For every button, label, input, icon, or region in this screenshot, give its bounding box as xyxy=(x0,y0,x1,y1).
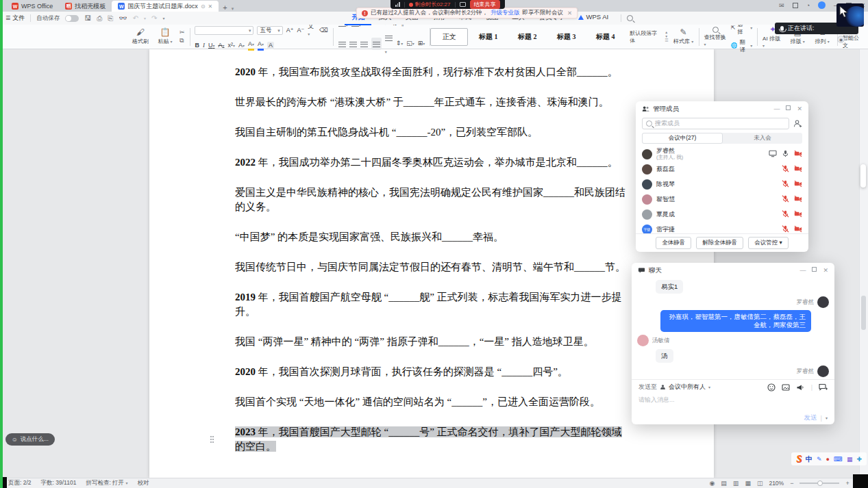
style-item[interactable]: 标题 1 xyxy=(469,28,507,46)
vertical-scrollbar-thumb[interactable] xyxy=(861,296,866,330)
ime-mic-icon[interactable]: ● xyxy=(826,456,830,463)
save-icon[interactable]: 🖫 xyxy=(84,14,91,22)
style-library-button[interactable]: ✎样式库 ▾ xyxy=(673,28,694,45)
hide-video-icon[interactable]: ◉ xyxy=(837,36,845,43)
send-options-chevron-icon[interactable]: ▾ xyxy=(826,415,828,420)
member-search-input[interactable]: 搜索成员 xyxy=(642,118,789,129)
ribbon-search-icon[interactable] xyxy=(627,15,633,21)
borders-icon[interactable]: ⊞▾ xyxy=(418,40,425,48)
style-item[interactable]: 默认段落字体 xyxy=(625,28,663,46)
undo-icon[interactable]: ↶ xyxy=(133,14,138,22)
camera-off-icon[interactable] xyxy=(794,148,802,160)
member-row[interactable]: 罗睿然(主持人, 我) xyxy=(642,146,802,162)
share-window-icon[interactable] xyxy=(460,2,466,7)
translate-button[interactable]: 🌐翻译▾ xyxy=(731,38,752,53)
redo-icon[interactable]: ↷ xyxy=(151,14,157,22)
members-close-icon[interactable]: ✕ xyxy=(797,105,802,112)
justify-icon[interactable] xyxy=(371,38,382,50)
add-member-icon[interactable] xyxy=(793,119,802,128)
ribbon-tab-WPS AI[interactable]: WPS AI xyxy=(571,12,615,25)
tab-not-joined[interactable]: 未入会 xyxy=(723,133,802,144)
mute-all-button[interactable]: 全体静音 xyxy=(656,237,691,249)
document-paragraph[interactable]: 2023 年，我国首艘国产大型邮轮 “______号” 正式命名交付，填补了国产… xyxy=(235,425,629,454)
document-paragraph[interactable]: 世界最长的跨海大桥 “港珠澳大桥” 于______年正式通车，连接香港、珠海和澳… xyxy=(235,95,629,110)
decrease-font-icon[interactable]: A⁻ xyxy=(297,27,305,34)
send-to-value[interactable]: 会议中所有人 xyxy=(669,383,706,391)
meeting-control-button[interactable]: 会议管控 ▾ xyxy=(748,237,789,249)
eye-protection-icon[interactable]: ◉ xyxy=(709,480,715,487)
message-center-icon[interactable]: ✉ xyxy=(779,2,784,9)
text-effects-icon[interactable]: 文▾ xyxy=(308,23,316,38)
underline-button[interactable]: U▾ xyxy=(208,42,215,50)
font-color-button[interactable]: A▾ xyxy=(258,40,264,51)
announcement-icon[interactable] xyxy=(796,383,805,391)
font-size-combo[interactable]: 五号▾ xyxy=(257,26,282,35)
mic-muted-icon[interactable] xyxy=(782,208,789,220)
document-paragraph[interactable]: 2022 年，我国成功举办第二十四届冬季奥林匹克运动会，举办城市是北京和____… xyxy=(235,155,629,170)
camera-off-icon[interactable] xyxy=(794,163,802,175)
camera-off-icon[interactable] xyxy=(794,178,802,190)
ime-logo[interactable]: S xyxy=(796,454,802,465)
read-mode-icon[interactable]: ▤ xyxy=(721,480,727,487)
clear-format-icon[interactable]: ⌫ xyxy=(319,27,328,34)
format-painter-button[interactable]: 🖌格式刷 xyxy=(130,28,151,45)
zoom-out-icon[interactable]: − xyxy=(790,480,793,487)
cut-icon[interactable]: ✂ xyxy=(179,29,185,36)
strikethrough-button[interactable]: A▾ xyxy=(218,42,224,50)
ime-chinese-mode[interactable]: 中 xyxy=(806,454,813,464)
unmute-all-button[interactable]: 解除全体静音 xyxy=(696,237,743,249)
style-item[interactable]: 标题 2 xyxy=(508,28,546,46)
vertical-scrollbar-rail[interactable] xyxy=(859,49,868,478)
highlight-color-button[interactable]: A▾ xyxy=(248,40,254,51)
style-item[interactable]: 正文 xyxy=(430,28,468,46)
send-button[interactable]: 发送 xyxy=(804,413,817,422)
chat-minimize-icon[interactable]: — xyxy=(799,267,806,274)
document-paragraph[interactable]: 爱国主义是中华民族精神的核心，我国宪法明确规定公民有维护国家______和民族团… xyxy=(235,185,629,214)
chat-settings-icon[interactable] xyxy=(819,383,828,391)
find-replace-button[interactable]: 查找替换 ▾ xyxy=(704,27,726,47)
file-menu[interactable]: ☰文件 xyxy=(5,14,25,23)
member-row[interactable]: 宇捷雷宇捷 xyxy=(642,222,802,233)
ime-keyboard-icon[interactable]: ⌨ xyxy=(834,456,843,463)
proofread-status[interactable]: 校对 xyxy=(138,479,149,487)
members-maximize-icon[interactable] xyxy=(786,105,791,110)
superscript-button[interactable]: x²▾ xyxy=(228,42,236,50)
chat-input[interactable]: 请输入消息... xyxy=(638,396,828,413)
paste-button[interactable]: 📋粘贴 ▾ xyxy=(155,28,175,45)
spell-check-status[interactable]: 拼写检查: 打开 ▾ xyxy=(86,479,127,487)
distribute-icon[interactable]: ▾ xyxy=(385,31,393,56)
line-spacing-icon[interactable]: ⇕▾ xyxy=(396,40,404,48)
font-name-combo[interactable]: ▾ xyxy=(195,26,253,35)
chat-close-icon[interactable]: ✕ xyxy=(823,267,828,274)
align-right-icon[interactable] xyxy=(360,38,368,50)
document-paragraph[interactable]: 2019 年，我国首艘国产航空母舰 “______舰” 正式列装，标志着我国海军… xyxy=(235,290,629,319)
copy-icon[interactable]: ⧉ xyxy=(179,38,185,44)
shading-icon[interactable]: ◱▾ xyxy=(406,40,414,48)
camera-off-icon[interactable] xyxy=(794,208,802,220)
new-tab-button[interactable]: + xyxy=(223,3,227,12)
document-paragraph[interactable]: 2020 年，我国首次探测月球背面，执行该任务的探测器是 “______四号”。 xyxy=(235,365,629,379)
tab-close-icon[interactable]: ✕ xyxy=(208,3,213,10)
outline-view-icon[interactable]: ◫ xyxy=(757,480,763,487)
mic-muted-icon[interactable] xyxy=(782,178,789,190)
tab-in-meeting[interactable]: 会议中(27) xyxy=(642,133,723,144)
emoji-icon[interactable] xyxy=(767,383,776,391)
print-icon[interactable]: ⎘ xyxy=(108,14,113,23)
bold-button[interactable]: B xyxy=(195,42,199,49)
upgrade-pro-link[interactable]: 升级专业版 xyxy=(491,9,520,17)
style-item[interactable]: 标题 3 xyxy=(547,28,585,46)
document-tab[interactable]: W国庆节主题试日题库.docx⊙✕ xyxy=(112,1,219,12)
camera-off-icon[interactable] xyxy=(794,223,802,233)
document-paragraph[interactable]: 我国 “两弹一星” 精神中的 “两弹” 指原子弹和______，“一星” 指人造… xyxy=(235,335,629,349)
zoom-slider[interactable] xyxy=(799,483,839,484)
align-center-icon[interactable] xyxy=(349,38,357,50)
page-indicator[interactable]: 页面: 2/2 xyxy=(8,479,32,487)
document-paragraph[interactable]: “中国梦” 的本质是实现国家富强、民族振兴和______幸福。 xyxy=(235,230,629,244)
zoom-in-icon[interactable]: + xyxy=(845,480,849,487)
page-view-icon[interactable]: ▥ xyxy=(733,480,739,487)
phonetic-guide-button[interactable]: A▾ xyxy=(238,42,245,50)
theme-skin-icon[interactable]: ◔ xyxy=(806,2,810,9)
document-paragraph[interactable]: 我国首个实现 “天地一体化” 通信的空间站名为 “______”，已进入全面运营… xyxy=(235,395,629,409)
say-something-bubble[interactable]: ☺ 说点什么... xyxy=(5,433,55,446)
screen-share-icon[interactable] xyxy=(769,148,777,160)
